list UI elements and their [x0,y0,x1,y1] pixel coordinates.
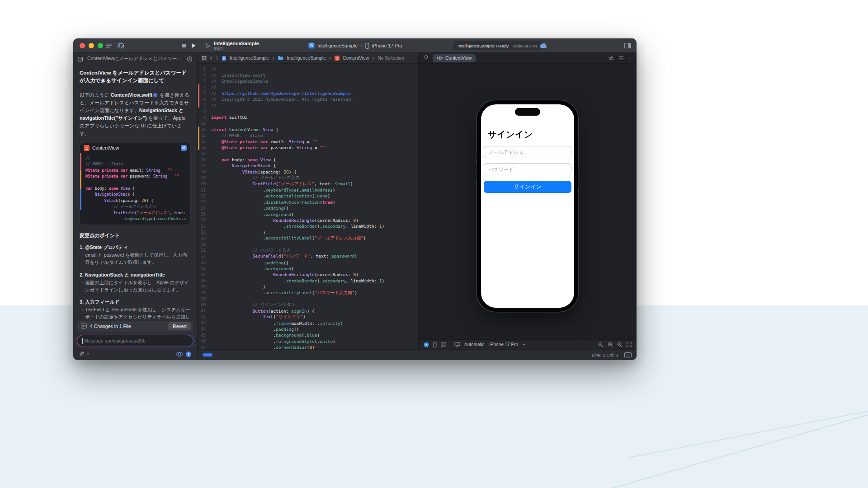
zoom-actual-icon[interactable] [608,342,613,347]
traffic-lights [80,43,103,48]
change-point: 3. 入力フィールド・TextField と SecureField を使用し、… [80,298,191,320]
keyboard-icon[interactable] [624,352,632,357]
code-line: 37 ) [198,284,418,290]
pin-icon[interactable] [424,55,429,61]
code-line: @State private var email: String = "" [85,168,186,174]
editor-options-icon[interactable] [608,56,614,61]
close-button[interactable] [80,43,85,48]
point-title: 2. NavigationStack と navigationTitle [80,271,191,278]
run-button[interactable] [191,38,196,53]
forward-icon[interactable] [216,56,218,60]
code-line: 46 .foregroundStyle(.white) [198,338,418,344]
point-bullet: ・email と password を状態として保持し、入力内容をリアルタイムで… [80,252,191,266]
xcode-window: IntelligenceSample main IntelligenceSamp… [73,38,637,360]
scheme-selector[interactable]: IntelligenceSample iPhone 17 Pro [308,38,402,53]
text-caret [82,338,83,344]
preview-device-selector[interactable]: Automatic – iPhone 17 Pro [464,342,518,347]
code-line: 45 .background(.blue) [198,332,418,338]
navigator-list-icon[interactable] [106,38,112,53]
code-line: var body: some View { [85,186,186,192]
chat-input-wrap [77,335,193,347]
minimize-button[interactable] [89,43,94,48]
preview-password-field[interactable] [484,163,571,175]
code-line: 11struct ContentView: View { [198,127,418,132]
preview-signin-button[interactable]: サインイン [484,181,571,193]
power-button [578,168,580,188]
eye-icon [437,56,443,60]
scheme-name: IntelligenceSample [317,43,358,48]
chat-session-title[interactable]: ContentViewにメールアドレスとパスワードを入力しサインイン… [87,56,183,62]
point-bullet: ・TextField と SecureField を使用し、システムキーボードの… [80,306,191,319]
add-editor-icon[interactable]: + [628,55,632,61]
chat-footer [73,348,197,360]
volume-up-button [476,151,477,160]
code-line: // メールアドレス入力 [85,204,186,210]
chat-transcript[interactable]: ContentView をメールアドレスとパスワードが入力できるサインイン画面に… [73,65,197,320]
code-line: 22 .autocapitalization(.none) [198,193,418,199]
attachment-icon[interactable] [79,351,84,357]
folder-icon [278,56,283,61]
compose-pane-icon[interactable] [118,38,124,53]
revert-button[interactable]: Revert [168,322,191,330]
zoom-out-icon[interactable] [598,342,604,347]
app-icon [308,42,315,49]
code-line: 35 RoundedRectangle(cornerRadius: 8) [198,272,418,277]
code-line: .keyboardType(.emailAddress [85,216,186,222]
zoom-fit-icon[interactable] [627,342,632,347]
iphone-screen: サインイン サインイン [481,104,574,308]
point-title: 1. @State プロパティ [80,244,191,251]
breadcrumb-project[interactable]: IntelligenceSample [230,56,269,61]
code-line: 8 [198,108,418,114]
editor-status-bar: Line: 1 Col: 3 [198,349,637,360]
code-line: 26 RoundedRectangle(cornerRadius: 8) [198,217,418,223]
code-line: 34 .background( [198,266,418,272]
back-icon[interactable] [210,56,212,60]
code-line: TextField("メールアドレス", text: [85,210,186,216]
send-button[interactable] [185,351,192,357]
related-items-icon[interactable] [202,56,207,61]
device-preview-icon[interactable] [433,342,437,347]
branch-name: main [214,46,259,51]
code-line: 39 [198,296,418,302]
editor-code-lines: 1//2// ContentView.swift3// Intelligence… [198,64,418,349]
breadcrumb-group[interactable]: IntelligenceSample [287,56,326,61]
inline-file-icon [153,93,157,97]
breadcrumb-file[interactable]: ContentView [343,56,369,61]
chat-code-lines: //// MARK: - State@State private var ema… [80,153,190,225]
code-line: 13 @State private var email: String = "" [198,139,418,145]
run-destination: iPhone 17 Pro [372,43,402,48]
source-editor[interactable]: 1//2// ContentView.swift3// Intelligence… [198,64,418,349]
change-point: 1. @State プロパティ・email と password を状態として保… [80,244,191,266]
zoom-button[interactable] [98,43,103,48]
context-usage-icon[interactable] [176,352,183,357]
code-line: 40 // サインインボタン [198,302,418,308]
chat-message-input[interactable] [77,338,193,343]
inspector-toggle-icon[interactable] [624,38,631,53]
code-line: 6// Copyright © 2025 RyoDeveloper. All r… [198,96,418,102]
code-line: 23 .disableAutocorrection(true) [198,199,418,205]
code-line: 19 // メールアドレス入力 [198,175,418,181]
breadcrumb-selection[interactable]: No Selection [377,56,404,61]
user-prompt: ContentView をメールアドレスとパスワードが入力できるサインイン画面に… [80,69,191,85]
zoom-in-icon[interactable] [617,342,623,347]
preview-email-field[interactable] [484,146,571,158]
history-icon[interactable] [187,56,193,62]
editor-list-icon[interactable] [618,56,624,61]
preview-nav-title: サインイン [488,129,533,141]
intro-text: 以下のように [80,92,111,98]
code-line: // [85,155,186,161]
new-chat-icon[interactable] [78,56,84,62]
stop-button[interactable] [182,38,186,53]
cloud-icon[interactable] [539,38,548,53]
code-line: 18 VStack(spacing: 20) { [198,169,418,175]
chat-code-card[interactable]: ContentView M //// MARK: - State@State p… [80,143,191,225]
status-ready: IntelligenceSample: Ready [458,43,509,48]
chevron-down-icon[interactable] [86,353,90,355]
live-preview-icon[interactable] [424,342,429,347]
code-line: 14 @State private var password: String =… [198,145,418,150]
project-file-icon [222,56,226,61]
code-line: 15 [198,150,418,156]
assistant-sidebar: ContentViewにメールアドレスとパスワードを入力しサインイン… Cont… [73,53,198,360]
preview-tab[interactable]: ContentView [433,54,476,62]
variants-grid-icon[interactable] [441,342,446,347]
